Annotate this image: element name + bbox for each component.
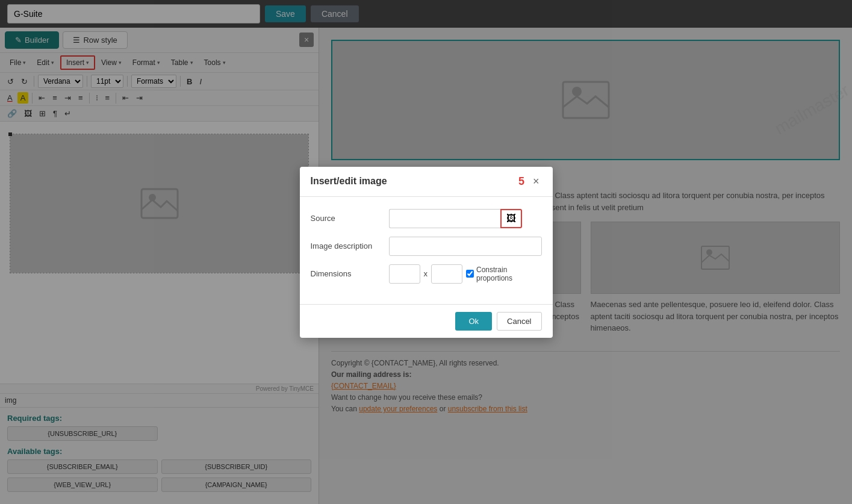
dimensions-label: Dimensions	[311, 269, 389, 278]
cancel-dialog-button[interactable]: Cancel	[497, 312, 541, 331]
dimensions-x: x	[424, 269, 428, 278]
source-row: Source 🖼	[311, 209, 542, 228]
dialog-overlay: Insert/edit image 5 × Source 🖼 Image des…	[0, 0, 852, 504]
image-description-label: Image description	[311, 241, 389, 250]
dialog-body: Source 🖼 Image description Dimensions x	[300, 197, 553, 304]
width-input[interactable]	[389, 264, 420, 284]
constrain-checkbox[interactable]	[466, 270, 474, 278]
dimensions-row: Dimensions x Constrain proportions	[311, 264, 542, 284]
dialog-title: Insert/edit image	[311, 176, 387, 187]
constrain-proportions-label[interactable]: Constrain proportions	[466, 266, 542, 282]
browse-icon: 🖼	[506, 213, 516, 224]
constrain-text: Constrain proportions	[476, 266, 542, 282]
dialog-header: Insert/edit image 5 ×	[300, 167, 553, 197]
source-input[interactable]	[389, 209, 500, 228]
image-description-row: Image description	[311, 237, 542, 256]
source-input-group: 🖼	[389, 209, 522, 228]
dialog-footer: Ok Cancel	[300, 304, 553, 338]
insert-edit-image-dialog: Insert/edit image 5 × Source 🖼 Image des…	[300, 167, 553, 338]
dimensions-input-group: x Constrain proportions	[389, 264, 542, 284]
height-input[interactable]	[431, 264, 462, 284]
source-label: Source	[311, 214, 389, 223]
dialog-badge: 5	[518, 175, 524, 188]
dialog-close-button[interactable]: ×	[530, 175, 542, 188]
source-browse-button[interactable]: 🖼	[500, 209, 522, 228]
image-description-input[interactable]	[389, 237, 542, 256]
ok-button[interactable]: Ok	[455, 312, 492, 331]
